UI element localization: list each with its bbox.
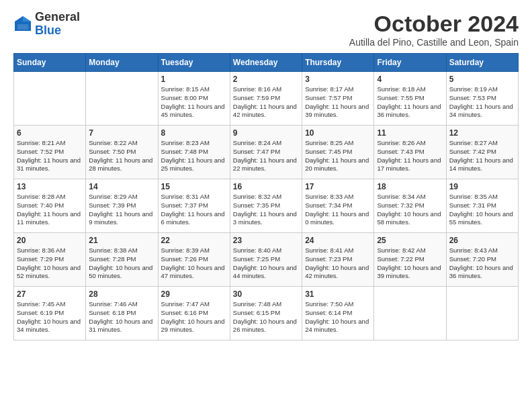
- weekday-header-sunday: Sunday: [14, 54, 86, 72]
- calendar-cell: 21Sunrise: 8:38 AMSunset: 7:28 PMDayligh…: [86, 233, 158, 287]
- day-detail: Sunrise: 8:22 AMSunset: 7:50 PMDaylight:…: [89, 139, 154, 173]
- day-number: 12: [449, 128, 515, 138]
- logo-icon: [13, 15, 32, 34]
- day-detail: Sunrise: 8:25 AMSunset: 7:45 PMDaylight:…: [305, 139, 371, 173]
- day-detail: Sunrise: 8:24 AMSunset: 7:47 PMDaylight:…: [233, 139, 299, 173]
- calendar-cell: 23Sunrise: 8:40 AMSunset: 7:25 PMDayligh…: [230, 233, 302, 287]
- day-number: 3: [305, 75, 371, 84]
- month-title: October 2024: [349, 11, 519, 37]
- day-number: 1: [161, 75, 227, 84]
- calendar-cell: 4Sunrise: 8:18 AMSunset: 7:55 PMDaylight…: [374, 72, 446, 126]
- calendar-cell: 15Sunrise: 8:31 AMSunset: 7:37 PMDayligh…: [158, 179, 230, 233]
- calendar-cell: 5Sunrise: 8:19 AMSunset: 7:53 PMDaylight…: [446, 72, 518, 126]
- day-number: 24: [305, 236, 371, 245]
- svg-marker-1: [23, 16, 31, 21]
- day-detail: Sunrise: 8:29 AMSunset: 7:39 PMDaylight:…: [89, 193, 154, 227]
- calendar-week-row: 1Sunrise: 8:15 AMSunset: 8:00 PMDaylight…: [14, 72, 519, 126]
- day-number: 26: [449, 236, 515, 245]
- svg-rect-2: [17, 24, 28, 30]
- day-detail: Sunrise: 7:47 AMSunset: 6:16 PMDaylight:…: [161, 300, 227, 334]
- day-number: 17: [305, 182, 371, 191]
- day-number: 14: [89, 182, 154, 191]
- calendar-cell: 31Sunrise: 7:50 AMSunset: 6:14 PMDayligh…: [302, 287, 374, 340]
- day-detail: Sunrise: 8:15 AMSunset: 8:00 PMDaylight:…: [161, 85, 227, 120]
- calendar-cell: 9Sunrise: 8:24 AMSunset: 7:47 PMDaylight…: [230, 126, 302, 179]
- day-detail: Sunrise: 7:46 AMSunset: 6:18 PMDaylight:…: [89, 300, 154, 334]
- page: General Blue October 2024 Autilla del Pi…: [0, 0, 532, 351]
- logo: General Blue: [13, 11, 80, 38]
- calendar-cell: 7Sunrise: 8:22 AMSunset: 7:50 PMDaylight…: [86, 126, 158, 179]
- day-number: 9: [233, 128, 299, 138]
- calendar-cell: 30Sunrise: 7:48 AMSunset: 6:15 PMDayligh…: [230, 287, 302, 340]
- calendar-cell: 25Sunrise: 8:42 AMSunset: 7:22 PMDayligh…: [374, 233, 446, 287]
- calendar-header: SundayMondayTuesdayWednesdayThursdayFrid…: [14, 54, 519, 72]
- calendar-cell: 6Sunrise: 8:21 AMSunset: 7:52 PMDaylight…: [14, 126, 86, 179]
- day-number: 6: [17, 128, 83, 138]
- day-number: 8: [161, 128, 227, 138]
- calendar-cell: [86, 72, 158, 126]
- calendar-cell: [446, 287, 518, 340]
- day-detail: Sunrise: 7:50 AMSunset: 6:14 PMDaylight:…: [305, 300, 371, 334]
- day-detail: Sunrise: 8:21 AMSunset: 7:52 PMDaylight:…: [17, 139, 83, 173]
- day-number: 19: [449, 182, 515, 191]
- calendar-cell: 8Sunrise: 8:23 AMSunset: 7:48 PMDaylight…: [158, 126, 230, 179]
- weekday-header-row: SundayMondayTuesdayWednesdayThursdayFrid…: [14, 54, 519, 72]
- calendar-cell: 26Sunrise: 8:43 AMSunset: 7:20 PMDayligh…: [446, 233, 518, 287]
- calendar-cell: 16Sunrise: 8:32 AMSunset: 7:35 PMDayligh…: [230, 179, 302, 233]
- title-block: October 2024 Autilla del Pino, Castille …: [349, 11, 519, 48]
- logo-blue-text: Blue: [35, 24, 80, 38]
- day-detail: Sunrise: 8:19 AMSunset: 7:53 PMDaylight:…: [449, 85, 515, 120]
- calendar-table: SundayMondayTuesdayWednesdayThursdayFrid…: [13, 53, 519, 340]
- day-detail: Sunrise: 8:40 AMSunset: 7:25 PMDaylight:…: [233, 246, 299, 281]
- day-number: 30: [233, 289, 299, 299]
- day-number: 21: [89, 236, 154, 245]
- day-number: 31: [305, 289, 371, 299]
- day-detail: Sunrise: 8:16 AMSunset: 7:59 PMDaylight:…: [233, 85, 299, 120]
- day-number: 7: [89, 128, 154, 138]
- weekday-header-thursday: Thursday: [302, 54, 374, 72]
- weekday-header-saturday: Saturday: [446, 54, 518, 72]
- day-number: 27: [17, 289, 83, 299]
- day-number: 16: [233, 182, 299, 191]
- calendar-cell: [374, 287, 446, 340]
- day-number: 23: [233, 236, 299, 245]
- calendar-week-row: 20Sunrise: 8:36 AMSunset: 7:29 PMDayligh…: [14, 233, 519, 287]
- day-number: 15: [161, 182, 227, 191]
- day-number: 18: [377, 182, 443, 191]
- day-detail: Sunrise: 8:32 AMSunset: 7:35 PMDaylight:…: [233, 193, 299, 227]
- day-detail: Sunrise: 8:38 AMSunset: 7:28 PMDaylight:…: [89, 246, 154, 281]
- calendar-cell: 2Sunrise: 8:16 AMSunset: 7:59 PMDaylight…: [230, 72, 302, 126]
- header: General Blue October 2024 Autilla del Pi…: [13, 11, 519, 48]
- day-detail: Sunrise: 8:43 AMSunset: 7:20 PMDaylight:…: [449, 246, 515, 281]
- day-detail: Sunrise: 8:36 AMSunset: 7:29 PMDaylight:…: [17, 246, 83, 281]
- calendar-cell: 10Sunrise: 8:25 AMSunset: 7:45 PMDayligh…: [302, 126, 374, 179]
- weekday-header-wednesday: Wednesday: [230, 54, 302, 72]
- calendar-week-row: 6Sunrise: 8:21 AMSunset: 7:52 PMDaylight…: [14, 126, 519, 179]
- calendar-cell: 17Sunrise: 8:33 AMSunset: 7:34 PMDayligh…: [302, 179, 374, 233]
- day-number: 29: [161, 289, 227, 299]
- location-title: Autilla del Pino, Castille and Leon, Spa…: [349, 37, 519, 48]
- day-detail: Sunrise: 7:48 AMSunset: 6:15 PMDaylight:…: [233, 300, 299, 334]
- day-number: 13: [17, 182, 83, 191]
- day-number: 20: [17, 236, 83, 245]
- day-number: 28: [89, 289, 154, 299]
- day-number: 5: [449, 75, 515, 84]
- weekday-header-tuesday: Tuesday: [158, 54, 230, 72]
- calendar-cell: 1Sunrise: 8:15 AMSunset: 8:00 PMDaylight…: [158, 72, 230, 126]
- calendar-cell: 24Sunrise: 8:41 AMSunset: 7:23 PMDayligh…: [302, 233, 374, 287]
- day-detail: Sunrise: 8:23 AMSunset: 7:48 PMDaylight:…: [161, 139, 227, 173]
- calendar-cell: 13Sunrise: 8:28 AMSunset: 7:40 PMDayligh…: [14, 179, 86, 233]
- day-number: 4: [377, 75, 443, 84]
- weekday-header-monday: Monday: [86, 54, 158, 72]
- calendar-cell: 22Sunrise: 8:39 AMSunset: 7:26 PMDayligh…: [158, 233, 230, 287]
- day-detail: Sunrise: 8:34 AMSunset: 7:32 PMDaylight:…: [377, 193, 443, 227]
- calendar-cell: 14Sunrise: 8:29 AMSunset: 7:39 PMDayligh…: [86, 179, 158, 233]
- day-detail: Sunrise: 8:41 AMSunset: 7:23 PMDaylight:…: [305, 246, 371, 281]
- day-detail: Sunrise: 8:33 AMSunset: 7:34 PMDaylight:…: [305, 193, 371, 227]
- weekday-header-friday: Friday: [374, 54, 446, 72]
- day-detail: Sunrise: 8:17 AMSunset: 7:57 PMDaylight:…: [305, 85, 371, 120]
- day-detail: Sunrise: 8:27 AMSunset: 7:42 PMDaylight:…: [449, 139, 515, 173]
- logo-general-text: General: [35, 11, 80, 24]
- day-detail: Sunrise: 8:31 AMSunset: 7:37 PMDaylight:…: [161, 193, 227, 227]
- day-detail: Sunrise: 8:28 AMSunset: 7:40 PMDaylight:…: [17, 193, 83, 227]
